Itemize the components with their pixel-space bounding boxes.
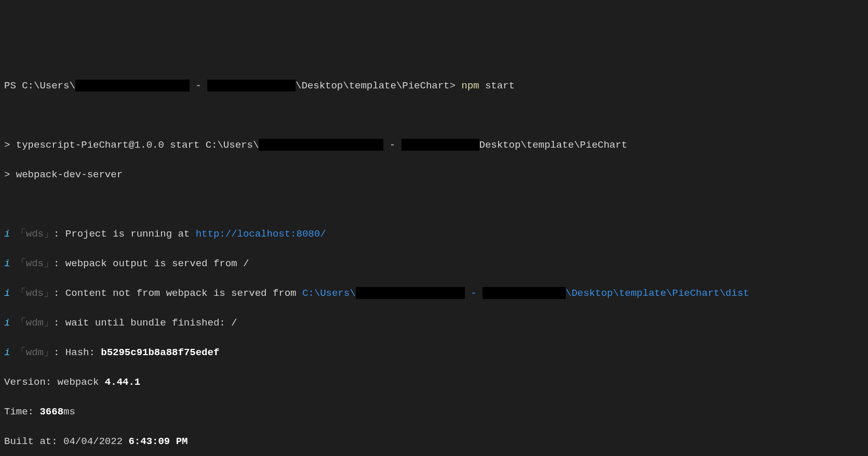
script-line-2: > webpack-dev-server xyxy=(4,167,864,183)
wds-line-3: i 「wds」: Content not from webpack is ser… xyxy=(4,286,864,301)
localhost-url[interactable]: http://localhost:8080/ xyxy=(196,228,326,240)
wdm-text: : wait until bundle finished: / xyxy=(54,317,237,329)
terminal-output[interactable]: PS C:\Users\ - \Desktop\template\PieChar… xyxy=(4,63,864,456)
built-line: Built at: 04/04/2022 6:43:09 PM xyxy=(4,434,864,449)
info-icon: i xyxy=(4,288,10,299)
wds-tag: 「wds」 xyxy=(16,258,54,269)
wds-tag: 「wds」 xyxy=(16,228,54,240)
time-value: 3668 xyxy=(39,406,63,418)
wds-line-1: i 「wds」: Project is running at http://lo… xyxy=(4,227,864,242)
prompt-prefix: PS C:\Users\ xyxy=(4,80,75,92)
redacted-seg2 xyxy=(402,139,479,151)
hash-label: : Hash: xyxy=(54,347,101,358)
redacted-user3 xyxy=(356,287,465,299)
version-value: 4.44.1 xyxy=(105,376,140,388)
prompt-path: \Desktop\template\PieChart> xyxy=(296,80,456,92)
command-npm: npm xyxy=(456,80,479,92)
wds-tag: 「wds」 xyxy=(16,288,54,299)
built-label: Built at: 04/04/2022 xyxy=(4,436,128,447)
dash2: - xyxy=(465,288,483,299)
wdm-tag: 「wdm」 xyxy=(16,317,54,329)
wds-text: : Project is running at xyxy=(54,228,196,240)
dist-path: \Desktop\template\PieChart\dist xyxy=(566,288,749,299)
info-icon: i xyxy=(4,347,10,358)
script-path: Desktop\template\PieChart xyxy=(479,139,627,151)
time-label: Time: xyxy=(4,406,39,418)
redacted-user2 xyxy=(259,139,383,151)
info-icon: i xyxy=(4,258,10,269)
wds-text: : webpack output is served from / xyxy=(54,258,249,269)
command-start: start xyxy=(479,80,515,92)
info-icon: i xyxy=(4,317,10,329)
version-label: Version: webpack xyxy=(4,376,105,388)
script-line-1: > typescript-PieChart@1.0.0 start C:\Use… xyxy=(4,138,864,153)
redacted-user xyxy=(75,80,190,92)
wdm-line-2: i 「wdm」: Hash: b5295c91b8a88f75edef xyxy=(4,345,864,360)
built-value: 6:43:09 PM xyxy=(128,436,188,447)
wds-text: : Content not from webpack is served fro… xyxy=(54,288,302,299)
time-unit: ms xyxy=(63,406,75,418)
info-icon: i xyxy=(4,228,10,240)
prompt-line: PS C:\Users\ - \Desktop\template\PieChar… xyxy=(4,79,864,94)
path-text: C:\Users\ xyxy=(302,288,356,299)
wdm-tag: 「wdm」 xyxy=(16,347,54,358)
dash: - xyxy=(383,139,401,151)
redacted-seg3 xyxy=(483,287,566,299)
dash-gap: - xyxy=(190,80,207,92)
wds-line-2: i 「wds」: webpack output is served from / xyxy=(4,256,864,271)
blank-line xyxy=(4,108,864,123)
version-line: Version: webpack 4.44.1 xyxy=(4,375,864,390)
wdm-line-1: i 「wdm」: wait until bundle finished: / xyxy=(4,316,864,331)
time-line: Time: 3668ms xyxy=(4,405,864,420)
blank-line-2 xyxy=(4,197,864,212)
redacted-segment xyxy=(207,80,296,92)
script-prefix: > typescript-PieChart@1.0.0 start C:\Use… xyxy=(4,139,259,151)
hash-value: b5295c91b8a88f75edef xyxy=(101,347,219,358)
